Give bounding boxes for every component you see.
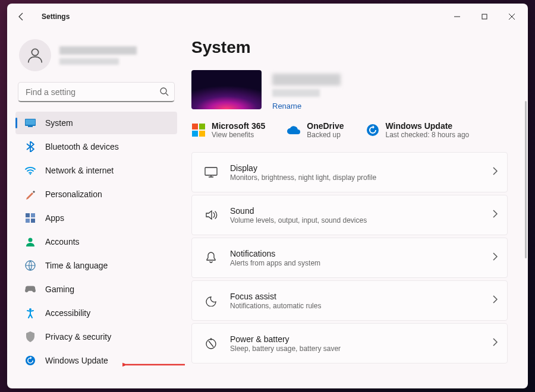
- settings-cards: DisplayMonitors, brightness, night light…: [191, 152, 508, 363]
- svg-point-6: [30, 173, 31, 175]
- card-subtitle: Volume levels, output, input, sound devi…: [230, 216, 481, 225]
- sidebar-item-personalization[interactable]: Personalization: [15, 183, 177, 206]
- card-title: Display: [230, 163, 481, 173]
- nav-label: Privacy & security: [45, 332, 111, 342]
- svg-rect-16: [205, 167, 217, 175]
- settings-card-notifications[interactable]: NotificationsAlerts from apps and system: [191, 238, 508, 278]
- svg-rect-7: [26, 213, 30, 217]
- settings-window: Settings: [7, 4, 528, 388]
- settings-card-focus-assist[interactable]: Focus assistNotifications, automatic rul…: [191, 280, 508, 321]
- sidebar-item-bluetooth-devices[interactable]: Bluetooth & devices: [15, 135, 177, 158]
- status-sub: Last checked: 8 hours ago: [386, 131, 470, 139]
- user-email-redacted: [59, 58, 119, 65]
- nav-icon: [25, 355, 36, 366]
- window-title: Settings: [42, 12, 70, 21]
- svg-point-1: [32, 49, 38, 55]
- search-input[interactable]: [18, 82, 175, 102]
- card-title: Notifications: [230, 249, 481, 258]
- nav-icon: [25, 284, 36, 295]
- user-block[interactable]: [11, 33, 182, 82]
- close-button[interactable]: [498, 7, 525, 26]
- chevron-right-icon: [493, 210, 498, 220]
- status-title: OneDrive: [307, 121, 344, 131]
- card-icon: [204, 337, 218, 350]
- status-onedrive[interactable]: OneDrive Backed up: [287, 121, 344, 139]
- sidebar-item-privacy-security[interactable]: Privacy & security: [15, 325, 177, 348]
- page-title: System: [191, 38, 508, 57]
- minimize-button[interactable]: [443, 7, 471, 26]
- nav-label: Windows Update: [45, 356, 108, 365]
- sidebar-item-apps[interactable]: Apps: [15, 207, 177, 229]
- status-sub: View benefits: [212, 131, 265, 139]
- nav-label: Accessibility: [45, 308, 90, 318]
- nav-icon: [25, 236, 36, 247]
- sidebar: SystemBluetooth & devicesNetwork & inter…: [7, 30, 185, 388]
- nav-icon: [25, 213, 36, 223]
- nav-label: Apps: [45, 213, 64, 223]
- sidebar-item-accessibility[interactable]: Accessibility: [15, 302, 177, 324]
- card-icon: [204, 167, 218, 178]
- status-title: Windows Update: [386, 121, 470, 131]
- svg-rect-5: [28, 126, 33, 127]
- card-title: Power & battery: [230, 334, 481, 344]
- device-model-redacted: [272, 89, 320, 97]
- microsoft-365-icon: [191, 123, 206, 137]
- chevron-right-icon: [493, 338, 498, 349]
- card-title: Focus assist: [230, 292, 481, 301]
- nav-icon: [25, 189, 36, 200]
- svg-rect-10: [31, 219, 35, 223]
- nav-icon: [25, 331, 36, 342]
- card-title: Sound: [230, 206, 481, 216]
- nav-list: SystemBluetooth & devicesNetwork & inter…: [11, 110, 182, 373]
- card-icon: [204, 251, 218, 264]
- chevron-right-icon: [493, 295, 498, 306]
- nav-label: Time & language: [45, 261, 108, 270]
- content-area: System Rename Microsoft 365 View benefit…: [185, 30, 528, 388]
- nav-label: Gaming: [45, 284, 74, 294]
- onedrive-icon: [287, 123, 301, 137]
- window-controls: [443, 7, 525, 26]
- nav-label: Network & internet: [45, 166, 114, 175]
- settings-card-power-battery[interactable]: Power & batterySleep, battery usage, bat…: [191, 323, 508, 363]
- card-icon: [204, 210, 218, 220]
- nav-label: Accounts: [45, 237, 80, 246]
- nav-label: Bluetooth & devices: [45, 142, 119, 151]
- back-button[interactable]: [10, 5, 33, 29]
- sidebar-item-gaming[interactable]: Gaming: [15, 278, 177, 301]
- windows-update-icon: [366, 123, 380, 137]
- card-subtitle: Notifications, automatic rules: [230, 302, 481, 310]
- rename-link[interactable]: Rename: [272, 102, 341, 110]
- sidebar-item-network-internet[interactable]: Network & internet: [15, 159, 177, 182]
- card-subtitle: Monitors, brightness, night light, displ…: [230, 173, 481, 182]
- svg-rect-4: [26, 119, 35, 125]
- titlebar: Settings: [7, 4, 528, 30]
- maximize-button[interactable]: [471, 7, 498, 26]
- status-title: Microsoft 365: [212, 121, 265, 131]
- chevron-right-icon: [493, 252, 498, 263]
- sidebar-item-system[interactable]: System: [15, 112, 177, 134]
- settings-card-display[interactable]: DisplayMonitors, brightness, night light…: [191, 152, 508, 192]
- device-name-redacted: [272, 74, 341, 86]
- svg-rect-0: [482, 14, 487, 19]
- sidebar-item-accounts[interactable]: Accounts: [15, 230, 177, 253]
- scrollbar[interactable]: [525, 101, 527, 387]
- svg-rect-9: [26, 219, 30, 223]
- sidebar-item-time-language[interactable]: Time & language: [15, 254, 177, 277]
- status-sub: Backed up: [307, 131, 344, 139]
- nav-label: Personalization: [45, 189, 102, 199]
- nav-icon: [25, 165, 36, 176]
- svg-rect-8: [31, 213, 35, 217]
- chevron-right-icon: [493, 167, 498, 178]
- nav-icon: [25, 118, 36, 128]
- device-hero: Rename: [191, 70, 508, 110]
- nav-label: System: [45, 118, 73, 128]
- sidebar-item-windows-update[interactable]: Windows Update: [15, 349, 177, 372]
- status-row: Microsoft 365 View benefits OneDrive Bac…: [191, 121, 508, 139]
- status-windows-update[interactable]: Windows Update Last checked: 8 hours ago: [366, 121, 470, 139]
- status-microsoft-365[interactable]: Microsoft 365 View benefits: [191, 121, 265, 139]
- nav-icon: [25, 308, 36, 318]
- settings-card-sound[interactable]: SoundVolume levels, output, input, sound…: [191, 195, 508, 235]
- nav-icon: [25, 260, 36, 271]
- user-name-redacted: [59, 46, 137, 55]
- desktop-preview[interactable]: [191, 70, 262, 109]
